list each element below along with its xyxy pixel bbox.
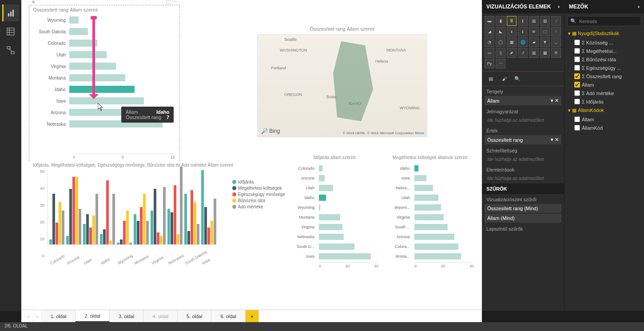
- viz-gauge[interactable]: ◡: [551, 37, 561, 47]
- analytics-tab[interactable]: 🔍: [513, 74, 522, 83]
- drill-icon[interactable]: ≡: [32, 0, 35, 5]
- page-tab[interactable]: 4. oldal: [143, 310, 177, 322]
- chart-title: Megélhetési költségek államok szerint: [383, 153, 477, 162]
- page-tabs: ‹ › 1. oldal2. oldal3. oldal4. oldal5. o…: [21, 310, 482, 322]
- more-icon[interactable]: ⋯: [172, 0, 177, 4]
- fields-tab[interactable]: ▤: [486, 74, 495, 83]
- viz-treemap[interactable]: ▦: [507, 37, 517, 47]
- visualization-gallery: ▬ ▮ ≣ ⫿ ▤ ▥ ⟋ ◢ ◣ ⫾ ⫿ ≋ ⬚ ⁘ ◔ ◯ ▦ 🌐 ▰ ▼ …: [482, 13, 564, 71]
- viz-clustered-bar[interactable]: ≣: [507, 16, 517, 26]
- viz-100-col[interactable]: ▥: [540, 16, 550, 26]
- chart-title: Időjárás, Megélhetési költségek, Egészsé…: [29, 161, 287, 169]
- filter-item[interactable]: Állam (Mind): [485, 214, 561, 223]
- viz-100-bar[interactable]: ▤: [529, 16, 539, 26]
- svg-rect-3: [7, 28, 14, 35]
- viz-multi-card[interactable]: ▯: [496, 48, 505, 58]
- well-axis[interactable]: Állam▾ ✕: [485, 96, 561, 105]
- filter-item[interactable]: Összesített rang (Mind): [485, 204, 561, 213]
- field-item[interactable]: Állam: [564, 115, 644, 124]
- chevron-right-icon[interactable]: ›: [638, 4, 640, 10]
- viz-line[interactable]: ⟋: [551, 16, 561, 26]
- report-view-button[interactable]: [2, 4, 19, 21]
- focus-icon[interactable]: ⬚: [166, 0, 171, 4]
- viz-kpi[interactable]: ⬈: [507, 48, 517, 58]
- well-legend[interactable]: Ide húzhatja az adatmezőket: [485, 116, 561, 124]
- visual-cost-chart[interactable]: Megélhetési költségek államok szerint Id…: [383, 153, 477, 287]
- viz-table[interactable]: ▤: [529, 48, 539, 58]
- format-tab[interactable]: 🖌: [500, 74, 509, 83]
- field-wells: Tengely Állam▾ ✕ Jelmagyarázat Ide húzha…: [482, 86, 564, 311]
- page-prev[interactable]: ‹: [24, 310, 33, 322]
- svg-rect-7: [7, 47, 10, 49]
- fields-pane: MEZŐK› 🔍 Keresés ▾ ▦ NyugdíjStatisztikák…: [564, 0, 644, 311]
- viz-stacked-bar[interactable]: ▬: [485, 16, 494, 26]
- field-item[interactable]: Σ Összesített rang: [564, 72, 644, 80]
- legend: IdőjárásMegélhetési költségekEgészségügy…: [232, 178, 285, 211]
- viz-map[interactable]: 🌐: [518, 37, 528, 47]
- viz-matrix[interactable]: ▦: [540, 48, 550, 58]
- visual-rank-chart[interactable]: ≡ ⬚ ⋯ Összesített rang Állam szerint Wyo…: [29, 5, 179, 161]
- field-item[interactable]: ÁllamKód: [564, 124, 644, 132]
- svg-line-9: [8, 49, 12, 52]
- page-add-button[interactable]: +: [246, 310, 259, 322]
- field-item[interactable]: Állam: [564, 80, 644, 89]
- visual-weather-chart[interactable]: Időjárás állam szerint ColoradoArizonaUt…: [288, 153, 381, 287]
- annotation-arrow: [92, 18, 95, 98]
- viz-funnel[interactable]: ▼: [540, 37, 550, 47]
- viz-waterfall[interactable]: ⬚: [540, 27, 550, 36]
- viz-donut[interactable]: ◯: [496, 37, 505, 47]
- field-item[interactable]: Σ Közösség ...: [564, 38, 644, 47]
- viz-ribbon[interactable]: ≋: [529, 27, 539, 36]
- field-item[interactable]: Σ Időjárás: [564, 97, 644, 106]
- visual-map[interactable]: Összesített rang Állam szerint Seattle W…: [254, 24, 430, 140]
- table-item[interactable]: ▾ ▦ NyugdíjStatisztikák: [564, 29, 644, 38]
- page-tab[interactable]: 3. oldal: [110, 310, 143, 322]
- page-tab[interactable]: 2. oldal: [76, 310, 109, 322]
- well-tooltips[interactable]: Ide húzhatja az adatmezőket: [485, 174, 561, 183]
- cursor-icon: [98, 103, 104, 111]
- svg-marker-10: [98, 103, 103, 111]
- field-item[interactable]: Σ Egészségügy ...: [564, 64, 644, 72]
- field-item[interactable]: Σ Adó mértéke: [564, 89, 644, 97]
- viz-py[interactable]: Py: [485, 59, 494, 68]
- page-tab[interactable]: 5. oldal: [178, 310, 211, 322]
- viz-stacked-col[interactable]: ▮: [496, 16, 505, 26]
- fields-search[interactable]: 🔍 Keresés: [567, 16, 641, 26]
- chart-title: Összesített rang Állam szerint: [29, 5, 179, 14]
- viz-pie[interactable]: ◔: [485, 37, 494, 47]
- visual-multi-chart[interactable]: Időjárás, Megélhetési költségek, Egészsé…: [29, 161, 287, 283]
- well-saturation[interactable]: Ide húzhatja az adatmezőket: [485, 155, 561, 164]
- viz-line-col[interactable]: ⫾: [507, 27, 517, 36]
- data-view-button[interactable]: [2, 23, 19, 40]
- field-item[interactable]: Σ Bűnözési ráta: [564, 55, 644, 64]
- view-switcher: [0, 0, 21, 311]
- viz-filled-map[interactable]: ▰: [529, 37, 539, 47]
- page-tab[interactable]: 6. oldal: [211, 310, 245, 322]
- svg-rect-0: [8, 13, 9, 16]
- viz-slicer[interactable]: ⫽: [518, 48, 528, 58]
- chevron-right-icon[interactable]: ›: [558, 4, 560, 10]
- report-canvas: ≡ ⬚ ⋯ Összesített rang Állam szerint Wyo…: [21, 0, 482, 311]
- viz-stacked-area[interactable]: ◣: [496, 27, 505, 36]
- visualizations-pane: VIZUALIZÁCIÓS ELEMEK› ▬ ▮ ≣ ⫿ ▤ ▥ ⟋ ◢ ◣ …: [482, 0, 564, 311]
- bing-logo: 🔎 Bing: [261, 128, 280, 134]
- page-tab[interactable]: 1. oldal: [42, 310, 76, 322]
- viz-clustered-col[interactable]: ⫿: [518, 16, 528, 26]
- svg-rect-1: [10, 12, 12, 16]
- viz-scatter[interactable]: ⁘: [551, 27, 561, 36]
- viz-more[interactable]: ⋯: [496, 59, 505, 68]
- viz-card[interactable]: ▭: [485, 48, 494, 58]
- svg-rect-8: [11, 52, 14, 54]
- model-view-button[interactable]: [2, 42, 19, 59]
- viz-r[interactable]: R: [551, 48, 561, 58]
- chart-title: Időjárás állam szerint: [288, 153, 381, 162]
- table-item[interactable]: ▾ ▦ ÁllamKódok: [564, 106, 644, 115]
- field-item[interactable]: Σ Megélhetési...: [564, 47, 644, 55]
- page-next[interactable]: ›: [33, 310, 42, 322]
- viz-area[interactable]: ◢: [485, 27, 494, 36]
- search-icon: 🔍: [570, 18, 576, 24]
- viz-line-col2[interactable]: ⫿: [518, 27, 528, 36]
- status-bar: 2/6. OLDAL: [0, 322, 644, 331]
- chart-title: Összesített rang Állam szerint: [254, 24, 430, 33]
- well-value[interactable]: Összesített rang▾ ✕: [485, 135, 561, 144]
